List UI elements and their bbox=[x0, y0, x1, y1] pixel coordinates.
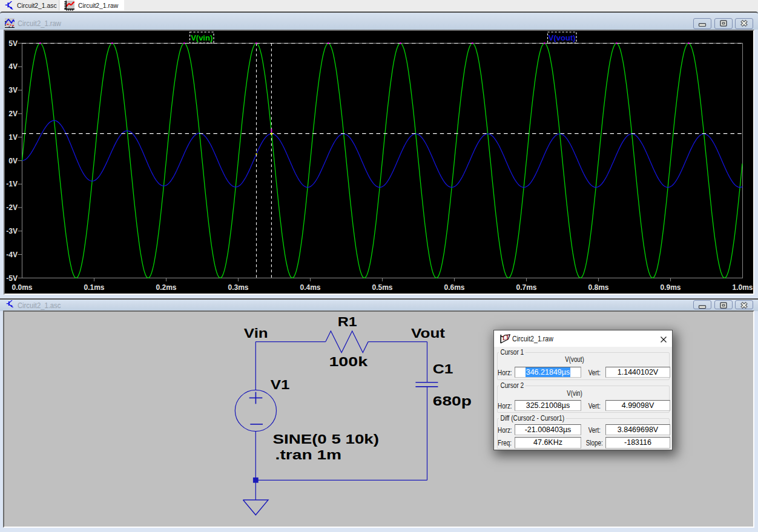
svg-text:0.8ms: 0.8ms bbox=[588, 283, 608, 292]
svg-text:V(vout): V(vout) bbox=[549, 33, 576, 42]
svg-text:.tran 1m: .tran 1m bbox=[275, 447, 341, 462]
svg-text:4V: 4V bbox=[8, 62, 18, 71]
svg-text:680p: 680p bbox=[433, 393, 472, 409]
svg-text:0.0ms: 0.0ms bbox=[12, 283, 32, 292]
svg-text:SINE(0 5 10k): SINE(0 5 10k) bbox=[273, 432, 380, 447]
svg-text:-4V: -4V bbox=[6, 251, 18, 259]
svg-text:0.4ms: 0.4ms bbox=[300, 283, 320, 292]
svg-text:0.9ms: 0.9ms bbox=[660, 283, 681, 292]
svg-text:0.3ms: 0.3ms bbox=[228, 283, 248, 292]
svg-text:100k: 100k bbox=[329, 354, 368, 369]
svg-text:-2V: -2V bbox=[6, 203, 18, 212]
svg-text:0.5ms: 0.5ms bbox=[372, 283, 392, 292]
svg-text:Vin: Vin bbox=[244, 326, 268, 341]
svg-text:V1: V1 bbox=[271, 377, 290, 392]
svg-text:5V: 5V bbox=[8, 39, 18, 48]
svg-text:0.6ms: 0.6ms bbox=[444, 283, 464, 292]
svg-text:3V: 3V bbox=[8, 86, 18, 94]
svg-text:Vout: Vout bbox=[411, 326, 446, 341]
svg-text:0.2ms: 0.2ms bbox=[156, 283, 176, 292]
svg-text:V(vin): V(vin) bbox=[191, 33, 213, 42]
svg-text:R1: R1 bbox=[338, 314, 357, 329]
svg-text:1.0ms: 1.0ms bbox=[732, 283, 753, 292]
svg-text:-1V: -1V bbox=[6, 180, 18, 188]
svg-text:0.1ms: 0.1ms bbox=[84, 283, 104, 292]
svg-text:-3V: -3V bbox=[6, 227, 18, 235]
svg-text:1V: 1V bbox=[8, 133, 18, 142]
svg-text:0V: 0V bbox=[8, 157, 18, 165]
svg-text:C1: C1 bbox=[433, 361, 453, 376]
svg-text:2V: 2V bbox=[8, 110, 18, 118]
svg-text:-5V: -5V bbox=[6, 274, 18, 283]
svg-text:0.7ms: 0.7ms bbox=[516, 283, 536, 292]
